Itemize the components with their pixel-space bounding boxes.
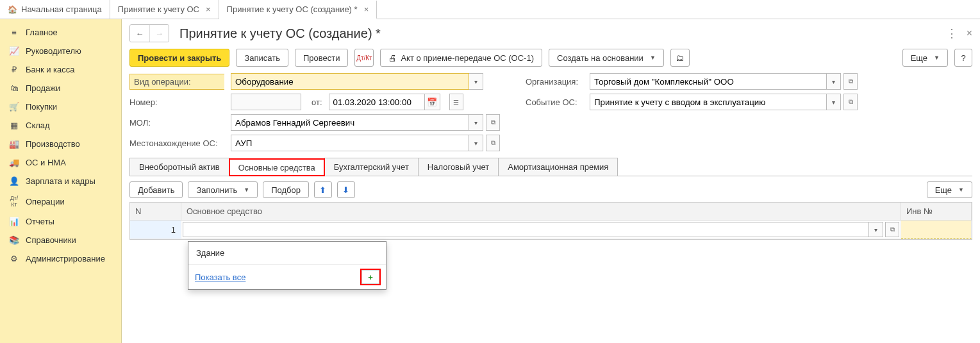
dtkt-icon: Дт/Кт xyxy=(356,54,372,62)
close-window-icon[interactable]: × xyxy=(967,28,972,39)
event-select-button[interactable]: ▾ xyxy=(827,94,841,110)
print-act-button[interactable]: 🖨Акт о приеме-передаче ОС (ОС-1) xyxy=(380,49,542,67)
structure-button[interactable]: 🗂 xyxy=(670,49,690,67)
pick-button[interactable]: Подбор xyxy=(263,181,309,198)
dtkt-button[interactable]: Дт/Кт xyxy=(354,49,374,67)
location-select-button[interactable]: ▾ xyxy=(469,135,483,151)
calendar-button[interactable]: 📅 xyxy=(425,94,440,110)
table-more-button[interactable]: Еще▼ xyxy=(927,181,972,198)
sidebar-item-label: Операции xyxy=(26,197,65,206)
mol-open-button[interactable]: ⧉ xyxy=(486,114,500,131)
asset-dropdown: Здание Показать все + xyxy=(188,241,386,290)
org-open-button[interactable]: ⧉ xyxy=(843,73,858,90)
location-label: Местонахождение ОС: xyxy=(129,138,224,148)
sidebar-item-assets[interactable]: 🚚ОС и НМА xyxy=(0,153,121,172)
cart-icon: 🛒 xyxy=(9,102,19,112)
sidebar-item-warehouse[interactable]: ▦Склад xyxy=(0,116,121,135)
subtab-accounting[interactable]: Бухгалтерский учет xyxy=(324,158,419,176)
date-input[interactable] xyxy=(329,94,425,110)
chevron-down-icon: ▼ xyxy=(958,187,964,193)
more-button[interactable]: Еще▼ xyxy=(902,49,948,67)
number-input[interactable] xyxy=(231,94,301,110)
date-extra-button[interactable]: ☰ xyxy=(449,94,463,110)
event-open-button[interactable]: ⧉ xyxy=(843,94,858,110)
sidebar-item-sales[interactable]: 🛍Продажи xyxy=(0,79,121,97)
sidebar-item-reports[interactable]: 📊Отчеты xyxy=(0,212,121,231)
window-tabs: Начальная страница Принятие к учету ОС× … xyxy=(0,0,980,19)
add-row-button[interactable]: Добавить xyxy=(129,181,183,198)
sidebar-item-label: Главное xyxy=(26,28,58,37)
dtkt-icon: Дт/Кт xyxy=(9,195,19,208)
sidebar-item-bank[interactable]: ₽Банк и касса xyxy=(0,60,121,79)
move-down-button[interactable]: ⬇ xyxy=(337,181,355,198)
op-type-input[interactable] xyxy=(231,73,469,90)
location-input[interactable] xyxy=(231,135,469,151)
chart-icon: 📈 xyxy=(9,46,19,56)
location-open-button[interactable]: ⧉ xyxy=(486,135,500,151)
org-label: Организация: xyxy=(526,77,583,87)
post-and-close-button[interactable]: Провести и закрыть xyxy=(129,49,229,67)
nav-arrows: ← → xyxy=(129,24,169,42)
col-header-inv: Инв № xyxy=(901,203,972,220)
chevron-down-icon: ▼ xyxy=(934,54,940,61)
sidebar-item-main[interactable]: ≡Главное xyxy=(0,23,121,42)
sidebar-item-manager[interactable]: 📈Руководителю xyxy=(0,42,121,60)
subtab-bonus[interactable]: Амортизационная премия xyxy=(498,158,618,176)
close-icon[interactable]: × xyxy=(206,4,211,14)
write-button[interactable]: Записать xyxy=(236,49,288,67)
asset-cell-input[interactable] xyxy=(183,222,869,237)
sidebar-item-operations[interactable]: Дт/КтОперации xyxy=(0,190,121,212)
asset-cell-open-button[interactable]: ⧉ xyxy=(885,222,899,237)
sidebar-item-label: Справочники xyxy=(26,235,76,245)
mol-label: МОЛ: xyxy=(129,118,224,128)
tab-home[interactable]: Начальная страница xyxy=(0,0,110,19)
sidebar-item-label: Производство xyxy=(26,139,80,149)
col-header-n: N xyxy=(130,203,181,220)
fill-button[interactable]: Заполнить▼ xyxy=(188,181,258,198)
table-row[interactable]: 1 ▾ ⧉ Здание Показать все + xyxy=(130,221,972,239)
mol-input[interactable] xyxy=(231,114,469,131)
chevron-down-icon: ▼ xyxy=(244,187,249,193)
grid-icon: ▦ xyxy=(9,121,19,130)
truck-icon: 🚚 xyxy=(9,158,19,167)
post-button[interactable]: Провести xyxy=(295,49,349,67)
sidebar-item-label: Зарплата и кадры xyxy=(26,176,96,186)
org-input[interactable] xyxy=(590,73,827,90)
sidebar-item-production[interactable]: 🏭Производство xyxy=(0,135,121,153)
page-title: Принятие к учету ОС (создание) * xyxy=(179,26,936,41)
cell-n: 1 xyxy=(130,221,181,238)
move-up-button[interactable]: ⬆ xyxy=(314,181,332,198)
close-icon[interactable]: × xyxy=(364,4,369,14)
nav-back-button[interactable]: ← xyxy=(130,25,149,42)
sidebar-item-label: Склад xyxy=(26,121,50,130)
sidebar-item-hr[interactable]: 👤Зарплата и кадры xyxy=(0,172,121,190)
more-menu-icon[interactable]: ⋮ xyxy=(946,26,958,40)
sidebar-item-label: Покупки xyxy=(26,102,57,112)
col-header-asset: Основное средство xyxy=(181,203,901,220)
mol-select-button[interactable]: ▾ xyxy=(469,114,483,131)
dropdown-item-building[interactable]: Здание xyxy=(188,242,386,265)
sidebar-item-admin[interactable]: ⚙Администрирование xyxy=(0,249,121,268)
tab-doc-1-label: Принятие к учету ОС xyxy=(118,4,199,14)
sidebar-item-label: Банк и касса xyxy=(26,65,75,74)
event-input[interactable] xyxy=(590,94,827,110)
op-type-label: Вид операции: xyxy=(129,74,224,90)
tab-doc-2[interactable]: Принятие к учету ОС (создание) *× xyxy=(219,1,378,19)
subtab-fixed-assets[interactable]: Основные средства xyxy=(229,158,325,176)
op-type-select-button[interactable]: ▾ xyxy=(469,73,483,90)
sidebar-item-purchases[interactable]: 🛒Покупки xyxy=(0,97,121,116)
person-icon: 👤 xyxy=(9,176,19,186)
show-all-link[interactable]: Показать все xyxy=(195,272,245,282)
sidebar-item-directories[interactable]: 📚Справочники xyxy=(0,231,121,249)
create-based-button[interactable]: Создать на основании▼ xyxy=(549,49,664,67)
subtab-noncurrent-asset[interactable]: Внеоборотный актив xyxy=(129,158,229,176)
subtab-tax[interactable]: Налоговый учет xyxy=(418,158,499,176)
tab-doc-1[interactable]: Принятие к учету ОС× xyxy=(110,0,219,19)
org-select-button[interactable]: ▾ xyxy=(827,73,841,90)
number-label: Номер: xyxy=(129,97,224,107)
asset-cell-select-button[interactable]: ▾ xyxy=(869,222,883,237)
sidebar-item-label: Руководителю xyxy=(26,46,81,56)
add-new-button[interactable]: + xyxy=(361,270,379,284)
help-button[interactable]: ? xyxy=(954,49,972,67)
cell-asset: ▾ ⧉ xyxy=(181,221,901,238)
